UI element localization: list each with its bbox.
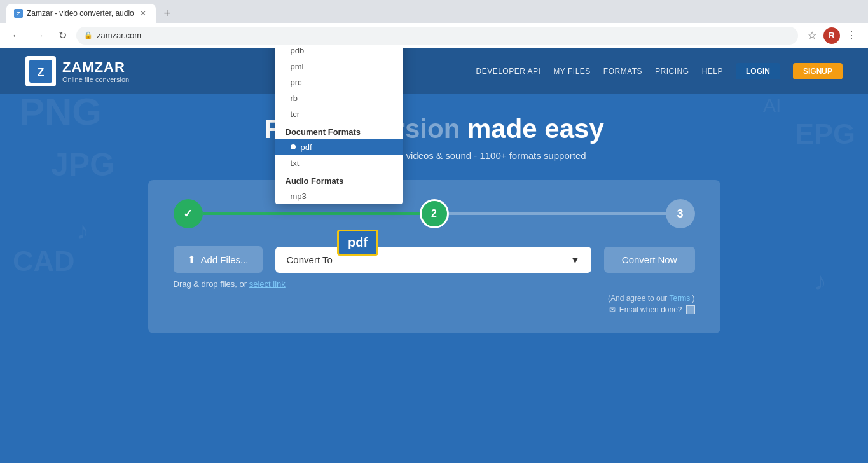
back-button[interactable]: ← bbox=[8, 27, 25, 45]
terms-close: ) bbox=[692, 294, 695, 303]
add-files-button[interactable]: ⬆ Add Files... bbox=[174, 246, 263, 273]
logo-title: ZAMZAR bbox=[62, 59, 129, 76]
converter-widget: ✓ 2 3 ⬆ Add Files... Convert To ▼ bbox=[148, 180, 720, 333]
nav-help[interactable]: HELP bbox=[702, 67, 723, 76]
nav-formats[interactable]: FORMATS bbox=[603, 67, 642, 76]
terms-text: (And agree to our bbox=[608, 294, 667, 303]
step2-label: 2 bbox=[431, 208, 437, 219]
document-formats-label: Document Formats bbox=[275, 122, 403, 139]
steps-bar: ✓ 2 3 bbox=[174, 199, 695, 228]
controls-row: ⬆ Add Files... Convert To ▼ Convert To e… bbox=[174, 246, 695, 273]
logo-subtitle: Online file conversion bbox=[62, 76, 129, 83]
menu-button[interactable]: ⋮ bbox=[843, 27, 860, 45]
drag-drop-area: Drag & drop files, or select link bbox=[174, 279, 695, 289]
select-link[interactable]: select link bbox=[249, 279, 286, 289]
add-files-label: Add Files... bbox=[201, 254, 249, 265]
login-button[interactable]: LOGIN bbox=[736, 63, 780, 79]
dropdown-item-mp3[interactable]: mp3 bbox=[275, 188, 403, 204]
pdf-label: pdf bbox=[301, 142, 312, 152]
refresh-button[interactable]: ↻ bbox=[53, 27, 71, 45]
signup-button[interactable]: SIGNUP bbox=[793, 63, 843, 79]
svg-text:♪: ♪ bbox=[76, 216, 89, 244]
nav-pricing[interactable]: PRICING bbox=[655, 67, 689, 76]
url-text: zamzar.com bbox=[97, 31, 790, 40]
step3-circle: 3 bbox=[666, 199, 695, 228]
lock-icon: 🔒 bbox=[84, 31, 93, 39]
convert-to-dropdown: Convert To eBook Formats azw3 fb2 oeb li… bbox=[275, 48, 403, 204]
svg-text:♪: ♪ bbox=[814, 267, 827, 295]
tab-favicon: Z bbox=[14, 9, 23, 18]
hero-title-part2: made easy bbox=[467, 114, 604, 144]
forward-button[interactable]: → bbox=[31, 27, 48, 45]
dropdown-item-pdb[interactable]: pdb bbox=[275, 48, 403, 59]
hero-subtitle: Convert documents, images, videos & soun… bbox=[13, 150, 855, 161]
svg-text:Z: Z bbox=[38, 66, 45, 79]
tab-title: Zamzar - video converter, audio bbox=[27, 9, 134, 18]
profile-button[interactable]: R bbox=[823, 27, 840, 44]
convert-to-select: Convert To ▼ Convert To eBook Formats az… bbox=[275, 247, 591, 273]
selected-indicator bbox=[291, 144, 296, 149]
dropdown-item-rb[interactable]: rb bbox=[275, 90, 403, 106]
step2-circle: 2 bbox=[420, 199, 449, 228]
drag-drop-text: Drag & drop files, or bbox=[174, 279, 247, 289]
step3-label: 3 bbox=[677, 207, 683, 221]
audio-formats-label: Audio Formats bbox=[275, 171, 403, 188]
nav-my-files[interactable]: MY FILES bbox=[553, 67, 590, 76]
logo-image: Z bbox=[25, 56, 56, 86]
dropdown-item-prc[interactable]: prc bbox=[275, 74, 403, 90]
nav-links: DEVELOPER API MY FILES FORMATS PRICING H… bbox=[476, 63, 843, 79]
browser-chrome: Z Zamzar - video converter, audio ✕ + ← … bbox=[0, 0, 868, 48]
email-checkbox[interactable] bbox=[686, 305, 695, 314]
new-tab-button[interactable]: + bbox=[158, 4, 176, 22]
convert-to-label: Convert To bbox=[287, 254, 333, 265]
terms-area: (And agree to our Terms ) bbox=[174, 294, 695, 303]
toolbar-right: ☆ R ⋮ bbox=[803, 27, 860, 45]
hero-section: File conversion made easy Convert docume… bbox=[0, 94, 868, 167]
dropdown-item-tcr[interactable]: tcr bbox=[275, 106, 403, 122]
dropdown-item-pml[interactable]: pml bbox=[275, 59, 403, 74]
logo-text-area: ZAMZAR Online file conversion bbox=[62, 59, 129, 83]
convert-to-button[interactable]: Convert To ▼ bbox=[275, 247, 591, 273]
dropdown-item-txt[interactable]: txt bbox=[275, 155, 403, 171]
site-header: Z ZAMZAR Online file conversion DEVELOPE… bbox=[0, 48, 868, 94]
nav-developer-api[interactable]: DEVELOPER API bbox=[476, 67, 541, 76]
hero-title-obscured: rsion bbox=[395, 114, 460, 144]
tab-close-button[interactable]: ✕ bbox=[138, 8, 148, 18]
hero-title: File conversion made easy bbox=[13, 113, 855, 145]
tab-bar: Z Zamzar - video converter, audio ✕ + bbox=[0, 0, 868, 23]
url-bar[interactable]: 🔒 zamzar.com bbox=[76, 27, 798, 45]
logo-area: Z ZAMZAR Online file conversion bbox=[25, 56, 129, 86]
upload-icon: ⬆ bbox=[188, 254, 196, 265]
address-bar: ← → ↻ 🔒 zamzar.com ☆ R ⋮ bbox=[0, 23, 868, 48]
email-area: ✉ Email when done? bbox=[174, 305, 695, 314]
terms-link[interactable]: Terms bbox=[669, 294, 690, 303]
active-tab[interactable]: Z Zamzar - video converter, audio ✕ bbox=[6, 4, 156, 23]
dropdown-chevron-icon: ▼ bbox=[570, 254, 580, 265]
email-label: Email when done? bbox=[619, 305, 682, 314]
bookmark-button[interactable]: ☆ bbox=[803, 27, 821, 45]
step-line-1 bbox=[203, 212, 420, 215]
svg-text:CAD: CAD bbox=[13, 245, 75, 277]
page-content: PNG JPG CAD EPG AI ♪ ♪ Z ZAMZAR Online f… bbox=[0, 48, 868, 463]
step-line-2 bbox=[449, 212, 666, 215]
dropdown-item-pdf[interactable]: pdf bbox=[275, 139, 403, 155]
convert-now-button[interactable]: Convert Now bbox=[604, 247, 695, 273]
step1-circle: ✓ bbox=[174, 199, 203, 228]
pdf-highlight-box: pdf bbox=[337, 230, 378, 256]
envelope-icon: ✉ bbox=[609, 305, 616, 314]
